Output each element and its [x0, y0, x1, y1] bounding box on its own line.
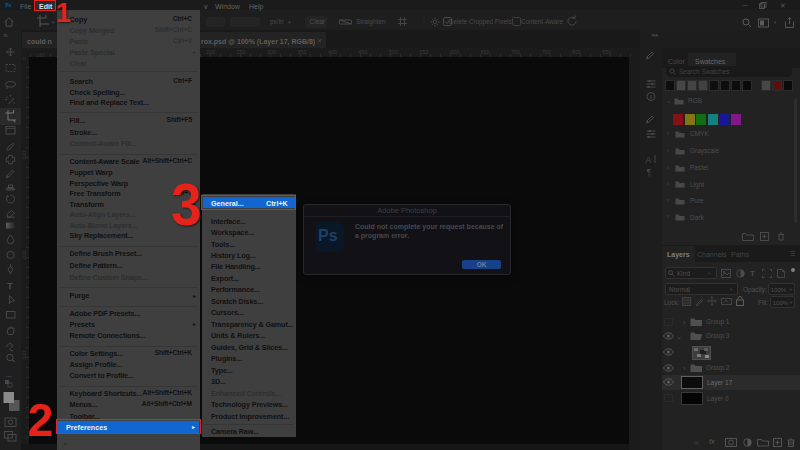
svg-text:A: A	[646, 155, 652, 165]
svg-text:◂◂: ◂◂	[651, 31, 658, 38]
svg-text:¶: ¶	[647, 167, 652, 177]
svg-text:T: T	[7, 280, 13, 291]
svg-text:...: ...	[6, 371, 12, 378]
svg-text:»: »	[4, 32, 8, 39]
